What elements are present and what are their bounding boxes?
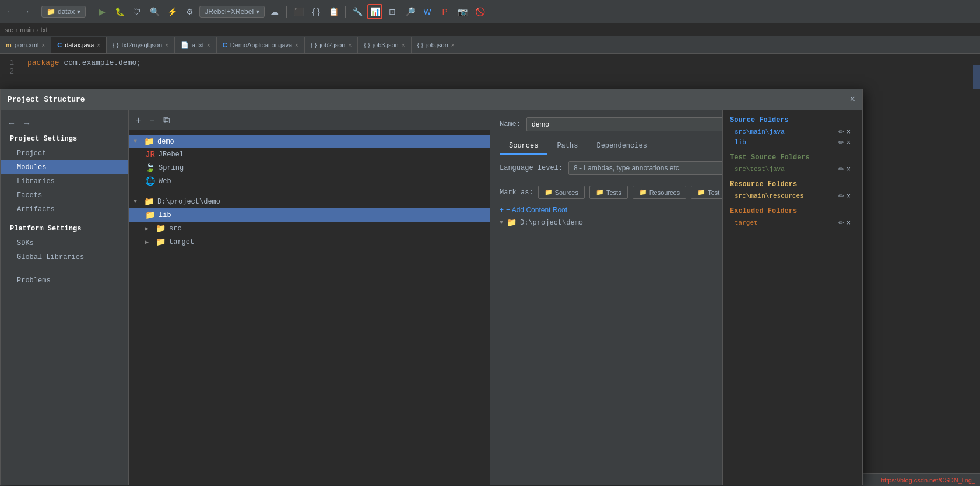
tab-dependencies[interactable]: Dependencies (587, 138, 656, 155)
format-btn[interactable]: { } (308, 4, 324, 19)
sidebar-item-artifacts[interactable]: Artifacts (1, 202, 128, 216)
tree-item-content-root[interactable]: ▼ 📁 D:\project\demo (129, 195, 490, 208)
edit-source-folder-btn[interactable]: ✏ (838, 128, 844, 136)
close-icon[interactable]: × (348, 42, 352, 48)
ext3-btn[interactable]: 📷 (455, 4, 470, 19)
tree-item-lib[interactable]: 📁 lib (129, 208, 490, 222)
sidebar-item-modules[interactable]: Modules (1, 160, 128, 174)
json-icon2: { } (311, 41, 317, 48)
tab-job2-json[interactable]: { } job2.json × (305, 37, 358, 53)
dialog-titlebar: Project Structure × (1, 89, 862, 110)
edit-excluded-btn[interactable]: ✏ (838, 219, 844, 227)
edit-test-folder-btn[interactable]: ✏ (838, 165, 844, 173)
tree-item-jrebel[interactable]: JR JRebel (129, 148, 490, 161)
window-btn[interactable]: ⊡ (385, 4, 400, 19)
close-icon[interactable]: × (295, 42, 298, 48)
mark-tests-label: Tests (606, 189, 621, 196)
name-label: Name: (500, 120, 521, 128)
tab-datax-java[interactable]: C datax.java × (51, 37, 107, 53)
folder-actions: ✏ × (838, 128, 851, 136)
sidebar-nav: ← → (1, 115, 128, 131)
remove-test-folder-btn[interactable]: × (846, 165, 851, 173)
sidebar-item-libraries[interactable]: Libraries (1, 174, 128, 188)
tree-item-spring[interactable]: 🍃 Spring (129, 161, 490, 174)
platform-settings-header: Platform Settings (1, 221, 128, 236)
close-icon[interactable]: × (41, 42, 45, 48)
sidebar-item-project[interactable]: Project (1, 146, 128, 160)
tab-paths[interactable]: Paths (547, 138, 587, 155)
tree-remove-btn[interactable]: − (147, 114, 157, 127)
tests-folder-icon: 📁 (596, 188, 604, 196)
tab-job3-json[interactable]: { } job3.json × (358, 37, 411, 53)
close-icon[interactable]: × (97, 42, 100, 48)
tab-sources[interactable]: Sources (500, 138, 547, 155)
tab-demo-application[interactable]: C DemoApplication.java × (217, 37, 305, 53)
mark-tests-btn[interactable]: 📁 Tests (589, 186, 628, 199)
back-btn[interactable]: ← (3, 5, 17, 18)
tab-label: txt2mysql.json (122, 41, 163, 48)
json-icon4: { } (417, 41, 423, 48)
add-content-root-btn[interactable]: + + Add Content Root (500, 206, 567, 214)
tree-add-btn[interactable]: + (134, 114, 143, 127)
coverage-btn[interactable]: 🛡 (129, 4, 145, 19)
tab-job-json[interactable]: { } job.json × (412, 37, 461, 53)
jrebel-dropdown[interactable]: JRebel+XRebel ▾ (199, 6, 265, 18)
sidebar-item-global-libraries[interactable]: Global Libraries (1, 250, 128, 264)
dialog-close-btn[interactable]: × (849, 95, 855, 105)
close-icon[interactable]: × (207, 42, 210, 48)
nav-forward-btn[interactable]: → (20, 117, 33, 129)
find-btn[interactable]: 🔎 (402, 4, 417, 19)
main-toolbar: ← → 📁 datax ▾ ▶ 🐛 🛡 🔍 ⚡ ⚙ JRebel+XRebel … (0, 0, 980, 23)
tab-a-txt[interactable]: 📄 a.txt × (175, 37, 217, 53)
branch-icon: 📁 (47, 8, 55, 16)
close-icon[interactable]: × (451, 42, 455, 48)
wrench-btn[interactable]: 🔧 (350, 4, 365, 19)
tree-item-label: lib (159, 211, 171, 219)
search-btn[interactable]: 📋 (326, 4, 341, 19)
tree-item-label: target (169, 238, 194, 246)
close-icon[interactable]: × (165, 42, 168, 48)
json-icon: { } (113, 41, 118, 48)
remove-resources-btn[interactable]: × (846, 192, 851, 200)
stop-btn[interactable]: ⬛ (291, 4, 306, 19)
main-layout: 1 2 package com.example.demo; Project St… (0, 54, 980, 486)
sidebar-item-problems[interactable]: Problems (1, 274, 128, 288)
tree-item-src[interactable]: ▶ 📁 src (129, 222, 490, 235)
close-icon[interactable]: × (402, 42, 405, 48)
tree-item-label: Spring (159, 164, 184, 172)
mark-resources-btn[interactable]: 📁 Resources (633, 186, 687, 199)
sep-chevron1: › (16, 26, 18, 33)
tree-item-demo[interactable]: ▼ 📁 demo (129, 135, 490, 148)
folder-path-text: src\main\java (735, 128, 785, 135)
source-folders-title: Source Folders (730, 116, 855, 124)
editor-area[interactable]: 1 2 package com.example.demo; Project St… (0, 54, 980, 486)
tab-txt2mysql-json[interactable]: { } txt2mysql.json × (107, 37, 175, 53)
cloud-btn[interactable]: ☁ (267, 4, 282, 19)
tree-copy-btn[interactable]: ⧉ (161, 114, 172, 127)
tree-item-web[interactable]: 🌐 Web (129, 174, 490, 188)
jrebel-debug-btn[interactable]: ⚙ (182, 4, 197, 19)
no-btn[interactable]: 🚫 (472, 4, 487, 19)
edit-resources-btn[interactable]: ✏ (838, 192, 844, 200)
debug-btn[interactable]: 🐛 (112, 4, 127, 19)
nav-back-btn[interactable]: ← (5, 117, 18, 129)
forward-btn[interactable]: → (19, 5, 33, 18)
json-icon3: { } (364, 41, 370, 48)
branch-dropdown[interactable]: 📁 datax ▾ (41, 6, 86, 18)
sidebar-item-facets[interactable]: Facets (1, 188, 128, 202)
ext2-btn[interactable]: P (437, 4, 452, 19)
remove-lib-folder-btn[interactable]: × (846, 138, 851, 146)
jrebel-run-btn[interactable]: ⚡ (164, 4, 180, 19)
remove-source-folder-btn[interactable]: × (846, 128, 851, 136)
ext1-btn[interactable]: W (420, 4, 435, 19)
tab-pom-xml[interactable]: m pom.xml × (0, 37, 51, 53)
sidebar-item-sdks[interactable]: SDKs (1, 236, 128, 250)
project-structure-btn[interactable]: 📊 (367, 4, 382, 19)
mark-sources-btn[interactable]: 📁 Sources (538, 186, 585, 199)
remove-excluded-btn[interactable]: × (846, 219, 851, 227)
tree-item-target[interactable]: ▶ 📁 target (129, 235, 490, 249)
profile-btn[interactable]: 🔍 (147, 4, 162, 19)
edit-lib-folder-btn[interactable]: ✏ (838, 138, 844, 146)
run-btn[interactable]: ▶ (94, 4, 110, 19)
content-root-path-label: D:\project\demo (157, 198, 220, 206)
